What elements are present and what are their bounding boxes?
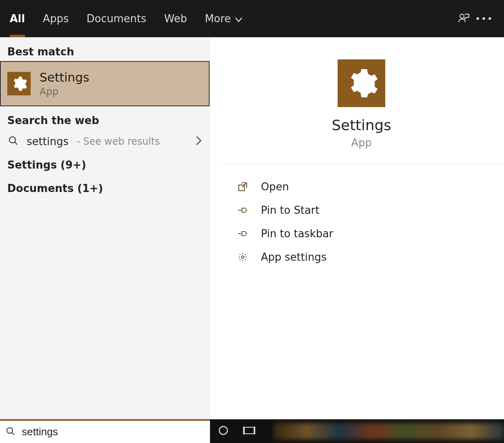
tab-all[interactable]: All <box>10 0 25 37</box>
category-settings[interactable]: Settings (9+) <box>0 153 210 177</box>
search-web-header: Search the web <box>0 106 210 130</box>
tab-documents[interactable]: Documents <box>86 0 146 37</box>
best-match-result[interactable]: Settings App <box>0 61 210 106</box>
action-label: Pin to Start <box>261 204 319 216</box>
svg-point-0 <box>460 14 464 18</box>
search-icon <box>8 135 19 148</box>
detail-subtitle: App <box>351 137 372 149</box>
chevron-right-icon <box>196 136 202 147</box>
open-icon <box>237 181 249 192</box>
best-match-title: Settings <box>40 70 89 84</box>
action-open[interactable]: Open <box>237 175 504 198</box>
taskbar <box>0 420 504 443</box>
action-app-settings[interactable]: App settings <box>237 245 504 269</box>
gear-icon <box>338 59 385 107</box>
web-result-term: settings <box>27 135 69 148</box>
gear-icon <box>237 252 249 262</box>
cortana-icon[interactable] <box>218 425 229 437</box>
feedback-icon[interactable] <box>454 13 474 25</box>
search-scope-tabs: All Apps Documents Web More ••• <box>0 0 504 37</box>
tab-more[interactable]: More <box>205 0 242 37</box>
svg-point-1 <box>9 137 15 143</box>
search-input[interactable] <box>22 426 204 438</box>
taskbar-apps-blurred <box>274 423 504 440</box>
action-pin-start[interactable]: Pin to Start <box>237 198 504 222</box>
more-options-icon[interactable]: ••• <box>474 14 494 24</box>
svg-point-5 <box>219 426 227 435</box>
action-label: App settings <box>261 251 327 263</box>
action-pin-taskbar[interactable]: Pin to taskbar <box>237 222 504 245</box>
search-icon <box>6 426 15 438</box>
svg-point-4 <box>7 428 13 433</box>
tab-web[interactable]: Web <box>164 0 187 37</box>
category-documents[interactable]: Documents (1+) <box>0 177 210 200</box>
task-view-icon[interactable] <box>243 426 255 437</box>
pin-icon <box>237 206 249 215</box>
best-match-header: Best match <box>0 38 210 61</box>
web-result-hint: - See web results <box>77 136 160 147</box>
detail-panel: Settings App Open Pin to Start <box>219 38 504 419</box>
detail-title: Settings <box>332 117 391 133</box>
web-result[interactable]: settings - See web results <box>0 130 210 153</box>
tab-more-label: More <box>205 13 231 25</box>
results-panel: Best match Settings App Search the web s… <box>0 38 210 419</box>
pin-icon <box>237 229 249 238</box>
action-label: Pin to taskbar <box>261 228 333 240</box>
taskbar-search[interactable] <box>0 420 210 443</box>
tab-apps[interactable]: Apps <box>43 0 69 37</box>
chevron-down-icon <box>235 13 242 25</box>
svg-rect-6 <box>244 427 254 434</box>
action-label: Open <box>261 181 289 193</box>
best-match-subtitle: App <box>40 86 89 97</box>
svg-point-3 <box>242 256 244 258</box>
gear-icon <box>7 72 31 95</box>
